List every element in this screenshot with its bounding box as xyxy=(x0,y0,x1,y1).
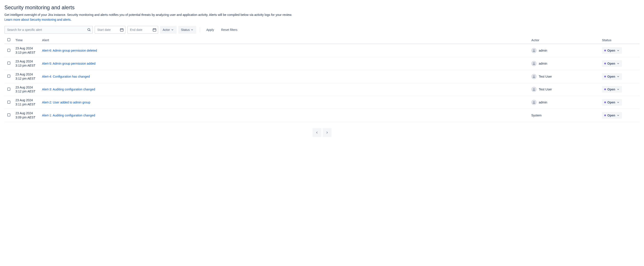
status-dropdown[interactable]: Open xyxy=(602,112,622,119)
alert-time: 3:09 pm AEST xyxy=(16,115,38,120)
status-dropdown[interactable]: Open xyxy=(602,60,622,67)
col-header-alert: Alert xyxy=(40,36,529,44)
time-cell: 23 Aug 20243:13 pm AEST xyxy=(13,57,40,70)
status-dropdown[interactable]: Open xyxy=(602,73,622,80)
actor-filter-button[interactable]: Actor xyxy=(160,26,176,34)
status-dropdown[interactable]: Open xyxy=(602,47,622,54)
status-dot-icon xyxy=(604,102,606,103)
actor-name: admin xyxy=(539,49,547,52)
chevron-left-icon xyxy=(315,131,319,134)
svg-point-10 xyxy=(533,49,534,50)
calendar-icon xyxy=(120,28,124,32)
filter-separator xyxy=(200,27,200,32)
status-label: Open xyxy=(607,62,615,65)
calendar-icon xyxy=(152,28,156,32)
learn-more-link[interactable]: Learn more about Security monitoring and… xyxy=(4,18,71,21)
actor-name: admin xyxy=(539,101,547,104)
status-label: Open xyxy=(607,101,615,104)
table-row: 23 Aug 20243:13 pm AESTAlert-6: Admin gr… xyxy=(4,44,640,57)
alert-date: 23 Aug 2024 xyxy=(16,59,38,64)
alert-date: 23 Aug 2024 xyxy=(16,72,38,77)
chevron-down-icon xyxy=(616,88,620,91)
status-label: Open xyxy=(607,88,615,91)
svg-rect-6 xyxy=(153,29,156,31)
alert-time: 3:12 pm AEST xyxy=(16,77,38,81)
time-cell: 23 Aug 20243:12 pm AEST xyxy=(13,70,40,83)
time-cell: 23 Aug 20243:11 pm AEST xyxy=(13,96,40,109)
alert-link[interactable]: Alert-5: Admin group permission added xyxy=(42,62,96,65)
avatar xyxy=(531,100,536,105)
reset-filters-button[interactable]: Reset filters xyxy=(218,26,240,34)
row-checkbox[interactable] xyxy=(7,75,10,78)
start-date-wrap xyxy=(94,26,126,34)
svg-point-0 xyxy=(88,28,90,31)
chevron-down-icon xyxy=(616,62,620,65)
alerts-table: Time Alert Actor Status 23 Aug 20243:13 … xyxy=(4,36,640,122)
chevron-down-icon xyxy=(171,28,174,31)
table-row: 23 Aug 20243:12 pm AESTAlert-3: Auditing… xyxy=(4,83,640,96)
row-checkbox[interactable] xyxy=(7,62,10,65)
status-dropdown[interactable]: Open xyxy=(602,99,622,106)
alert-time: 3:13 pm AEST xyxy=(16,50,38,55)
search-wrap xyxy=(4,26,93,34)
actor-name: Test User xyxy=(539,75,552,78)
status-dot-icon xyxy=(604,76,606,77)
svg-line-1 xyxy=(90,30,90,31)
actor-cell: admin xyxy=(531,61,598,66)
chevron-down-icon xyxy=(616,75,620,78)
chevron-down-icon xyxy=(616,114,620,117)
page-title: Security monitoring and alerts xyxy=(4,4,640,10)
select-all-checkbox[interactable] xyxy=(7,38,10,41)
alert-link[interactable]: Alert-1: Auditing configuration changed xyxy=(42,114,95,117)
actor-name: admin xyxy=(539,62,547,65)
search-input[interactable] xyxy=(4,26,93,34)
time-cell: 23 Aug 20243:12 pm AEST xyxy=(13,83,40,96)
svg-rect-2 xyxy=(120,29,123,31)
learn-more-suffix: . xyxy=(71,18,72,21)
alert-link[interactable]: Alert-3: Auditing configuration changed xyxy=(42,88,95,91)
chevron-down-icon xyxy=(616,49,620,52)
alert-time: 3:12 pm AEST xyxy=(16,89,38,94)
next-page-button[interactable] xyxy=(323,128,332,137)
col-header-status: Status xyxy=(600,36,640,44)
search-icon xyxy=(87,28,91,32)
alert-time: 3:11 pm AEST xyxy=(16,102,38,107)
row-checkbox[interactable] xyxy=(7,88,10,91)
chevron-down-icon xyxy=(616,101,620,104)
prev-page-button[interactable] xyxy=(312,128,321,137)
alert-date: 23 Aug 2024 xyxy=(16,98,38,102)
chevron-down-icon xyxy=(190,28,194,31)
actor-cell: Test User xyxy=(531,87,598,92)
avatar xyxy=(531,87,536,92)
status-dot-icon xyxy=(604,63,606,64)
status-filter-label: Status xyxy=(181,28,190,31)
alert-link[interactable]: Alert-4: Configuration has changed xyxy=(42,75,90,78)
alert-link[interactable]: Alert-6: Admin group permission deleted xyxy=(42,49,97,52)
table-row: 23 Aug 20243:13 pm AESTAlert-5: Admin gr… xyxy=(4,57,640,70)
col-header-actor: Actor xyxy=(529,36,600,44)
row-checkbox[interactable] xyxy=(7,101,10,104)
actor-name: System xyxy=(531,114,542,117)
filter-bar: Actor Status Apply Reset filters xyxy=(4,26,640,34)
status-label: Open xyxy=(607,114,615,117)
actor-filter-label: Actor xyxy=(163,28,170,31)
row-checkbox[interactable] xyxy=(7,113,10,117)
page-description: Get intelligent oversight of your Jira i… xyxy=(4,13,640,17)
actor-cell: System xyxy=(531,114,598,117)
row-checkbox[interactable] xyxy=(7,49,10,52)
actor-cell: admin xyxy=(531,48,598,53)
status-filter-button[interactable]: Status xyxy=(178,26,196,34)
status-dropdown[interactable]: Open xyxy=(602,86,622,93)
alert-link[interactable]: Alert-2: User added to admin group xyxy=(42,101,90,104)
end-date-wrap xyxy=(127,26,158,34)
col-header-time: Time xyxy=(13,36,40,44)
svg-point-12 xyxy=(533,75,534,76)
table-row: 23 Aug 20243:09 pm AESTAlert-1: Auditing… xyxy=(4,109,640,122)
status-label: Open xyxy=(607,49,615,52)
table-row: 23 Aug 20243:12 pm AESTAlert-4: Configur… xyxy=(4,70,640,83)
apply-button[interactable]: Apply xyxy=(204,26,216,34)
status-dot-icon xyxy=(604,115,606,116)
pagination xyxy=(4,128,640,137)
svg-point-11 xyxy=(533,62,534,64)
avatar xyxy=(531,48,536,53)
